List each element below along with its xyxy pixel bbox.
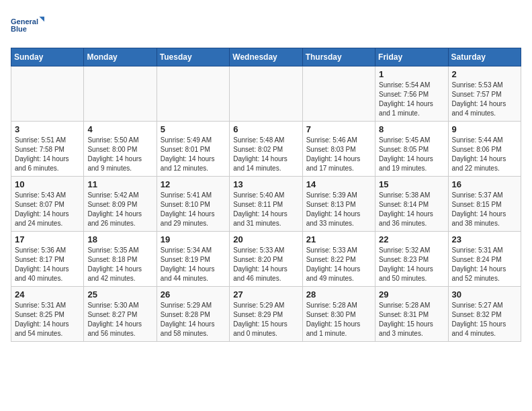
day-number: 25 [87, 289, 152, 300]
day-number: 5 [161, 124, 226, 134]
calendar-cell: 22Sunrise: 5:32 AM Sunset: 8:23 PM Dayli… [375, 232, 448, 287]
day-number: 30 [452, 289, 517, 300]
calendar-cell: 4Sunrise: 5:50 AM Sunset: 8:00 PM Daylig… [84, 122, 157, 177]
day-info: Sunrise: 5:30 AM Sunset: 8:27 PM Dayligh… [87, 301, 152, 338]
calendar-cell [84, 66, 157, 122]
day-header-thursday: Thursday [302, 48, 375, 66]
calendar-cell: 13Sunrise: 5:40 AM Sunset: 8:11 PM Dayli… [230, 177, 302, 232]
calendar-cell: 26Sunrise: 5:29 AM Sunset: 8:28 PM Dayli… [157, 287, 229, 342]
day-info: Sunrise: 5:53 AM Sunset: 7:57 PM Dayligh… [452, 81, 517, 118]
calendar-cell [230, 66, 302, 122]
day-number: 19 [161, 234, 226, 244]
day-info: Sunrise: 5:28 AM Sunset: 8:30 PM Dayligh… [306, 301, 371, 338]
week-row-4: 17Sunrise: 5:36 AM Sunset: 8:17 PM Dayli… [11, 232, 521, 287]
calendar-cell: 5Sunrise: 5:49 AM Sunset: 8:01 PM Daylig… [157, 122, 229, 177]
day-number: 7 [306, 124, 371, 134]
day-number: 3 [15, 124, 80, 134]
day-header-monday: Monday [84, 48, 157, 66]
calendar-cell: 15Sunrise: 5:38 AM Sunset: 8:14 PM Dayli… [375, 177, 448, 232]
page-header: General Blue [11, 11, 521, 41]
calendar-cell: 14Sunrise: 5:39 AM Sunset: 8:13 PM Dayli… [302, 177, 375, 232]
day-header-wednesday: Wednesday [230, 48, 302, 66]
day-number: 12 [161, 179, 226, 189]
calendar-cell: 19Sunrise: 5:34 AM Sunset: 8:19 PM Dayli… [157, 232, 229, 287]
day-number: 8 [379, 124, 444, 134]
day-info: Sunrise: 5:31 AM Sunset: 8:24 PM Dayligh… [452, 246, 517, 283]
svg-text:Blue: Blue [11, 25, 27, 33]
day-info: Sunrise: 5:50 AM Sunset: 8:00 PM Dayligh… [87, 136, 152, 173]
calendar-cell: 23Sunrise: 5:31 AM Sunset: 8:24 PM Dayli… [448, 232, 521, 287]
day-number: 10 [15, 179, 80, 189]
day-number: 4 [87, 124, 152, 134]
day-info: Sunrise: 5:29 AM Sunset: 8:29 PM Dayligh… [233, 301, 298, 338]
day-info: Sunrise: 5:40 AM Sunset: 8:11 PM Dayligh… [233, 191, 298, 228]
svg-marker-2 [40, 17, 45, 22]
day-info: Sunrise: 5:42 AM Sunset: 8:09 PM Dayligh… [87, 191, 152, 228]
day-info: Sunrise: 5:48 AM Sunset: 8:02 PM Dayligh… [233, 136, 298, 173]
day-info: Sunrise: 5:33 AM Sunset: 8:20 PM Dayligh… [233, 246, 298, 283]
days-header-row: SundayMondayTuesdayWednesdayThursdayFrid… [11, 48, 521, 66]
calendar-cell: 12Sunrise: 5:41 AM Sunset: 8:10 PM Dayli… [157, 177, 229, 232]
logo: General Blue [11, 11, 44, 41]
calendar-cell: 11Sunrise: 5:42 AM Sunset: 8:09 PM Dayli… [84, 177, 157, 232]
day-info: Sunrise: 5:45 AM Sunset: 8:05 PM Dayligh… [379, 136, 444, 173]
day-number: 13 [233, 179, 298, 189]
day-info: Sunrise: 5:35 AM Sunset: 8:18 PM Dayligh… [87, 246, 152, 283]
calendar-table: SundayMondayTuesdayWednesdayThursdayFrid… [11, 48, 521, 342]
calendar-cell: 7Sunrise: 5:46 AM Sunset: 8:03 PM Daylig… [302, 122, 375, 177]
calendar-cell [302, 66, 375, 122]
day-info: Sunrise: 5:32 AM Sunset: 8:23 PM Dayligh… [379, 246, 444, 283]
calendar-cell: 10Sunrise: 5:43 AM Sunset: 8:07 PM Dayli… [11, 177, 84, 232]
day-info: Sunrise: 5:33 AM Sunset: 8:22 PM Dayligh… [306, 246, 371, 283]
day-header-sunday: Sunday [11, 48, 84, 66]
day-info: Sunrise: 5:54 AM Sunset: 7:56 PM Dayligh… [379, 81, 444, 118]
day-number: 17 [15, 234, 80, 244]
day-number: 24 [15, 289, 80, 300]
calendar-cell: 30Sunrise: 5:27 AM Sunset: 8:32 PM Dayli… [448, 287, 521, 342]
day-number: 18 [87, 234, 152, 244]
day-info: Sunrise: 5:51 AM Sunset: 7:58 PM Dayligh… [15, 136, 80, 173]
day-header-saturday: Saturday [448, 48, 521, 66]
day-number: 29 [379, 289, 444, 300]
day-number: 6 [233, 124, 298, 134]
calendar-cell: 27Sunrise: 5:29 AM Sunset: 8:29 PM Dayli… [230, 287, 302, 342]
day-number: 16 [452, 179, 517, 189]
day-info: Sunrise: 5:36 AM Sunset: 8:17 PM Dayligh… [15, 246, 80, 283]
day-number: 28 [306, 289, 371, 300]
logo-svg: General Blue [11, 11, 44, 41]
day-number: 21 [306, 234, 371, 244]
calendar-cell [157, 66, 229, 122]
day-number: 20 [233, 234, 298, 244]
day-info: Sunrise: 5:38 AM Sunset: 8:14 PM Dayligh… [379, 191, 444, 228]
day-info: Sunrise: 5:44 AM Sunset: 8:06 PM Dayligh… [452, 136, 517, 173]
calendar-cell: 24Sunrise: 5:31 AM Sunset: 8:25 PM Dayli… [11, 287, 84, 342]
week-row-2: 3Sunrise: 5:51 AM Sunset: 7:58 PM Daylig… [11, 122, 521, 177]
day-number: 1 [379, 69, 444, 79]
calendar-cell: 21Sunrise: 5:33 AM Sunset: 8:22 PM Dayli… [302, 232, 375, 287]
day-info: Sunrise: 5:46 AM Sunset: 8:03 PM Dayligh… [306, 136, 371, 173]
calendar-cell: 25Sunrise: 5:30 AM Sunset: 8:27 PM Dayli… [84, 287, 157, 342]
day-info: Sunrise: 5:34 AM Sunset: 8:19 PM Dayligh… [161, 246, 226, 283]
calendar-cell: 18Sunrise: 5:35 AM Sunset: 8:18 PM Dayli… [84, 232, 157, 287]
calendar-cell: 9Sunrise: 5:44 AM Sunset: 8:06 PM Daylig… [448, 122, 521, 177]
day-number: 11 [87, 179, 152, 189]
calendar-cell: 3Sunrise: 5:51 AM Sunset: 7:58 PM Daylig… [11, 122, 84, 177]
day-info: Sunrise: 5:31 AM Sunset: 8:25 PM Dayligh… [15, 301, 80, 338]
calendar-cell: 17Sunrise: 5:36 AM Sunset: 8:17 PM Dayli… [11, 232, 84, 287]
calendar-cell: 2Sunrise: 5:53 AM Sunset: 7:57 PM Daylig… [448, 66, 521, 122]
day-number: 26 [161, 289, 226, 300]
day-number: 27 [233, 289, 298, 300]
week-row-5: 24Sunrise: 5:31 AM Sunset: 8:25 PM Dayli… [11, 287, 521, 342]
calendar-cell: 1Sunrise: 5:54 AM Sunset: 7:56 PM Daylig… [375, 66, 448, 122]
day-info: Sunrise: 5:43 AM Sunset: 8:07 PM Dayligh… [15, 191, 80, 228]
calendar-cell [11, 66, 84, 122]
calendar-cell: 29Sunrise: 5:28 AM Sunset: 8:31 PM Dayli… [375, 287, 448, 342]
day-number: 15 [379, 179, 444, 189]
day-number: 14 [306, 179, 371, 189]
day-number: 23 [452, 234, 517, 244]
day-info: Sunrise: 5:39 AM Sunset: 8:13 PM Dayligh… [306, 191, 371, 228]
week-row-1: 1Sunrise: 5:54 AM Sunset: 7:56 PM Daylig… [11, 66, 521, 122]
calendar-cell: 20Sunrise: 5:33 AM Sunset: 8:20 PM Dayli… [230, 232, 302, 287]
day-info: Sunrise: 5:41 AM Sunset: 8:10 PM Dayligh… [161, 191, 226, 228]
day-header-friday: Friday [375, 48, 448, 66]
